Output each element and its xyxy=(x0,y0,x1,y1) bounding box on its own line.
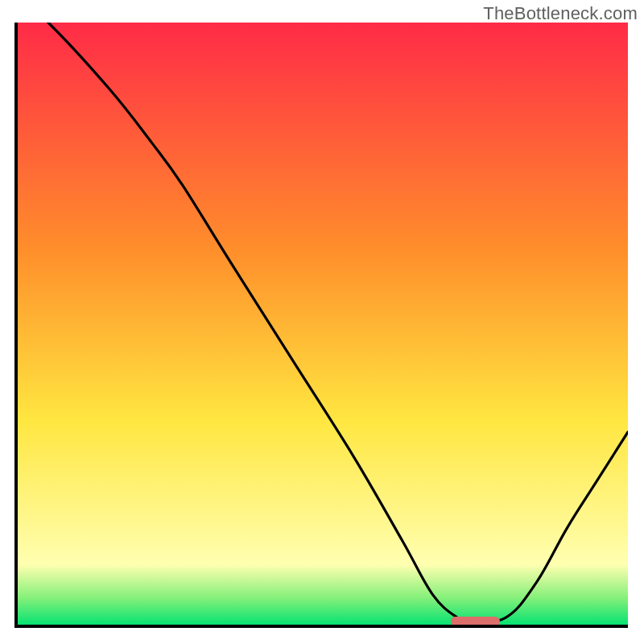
bottleneck-curve xyxy=(18,23,628,625)
watermark-text: TheBottleneck.com xyxy=(483,3,638,24)
plot-area xyxy=(14,23,628,628)
chart-container: TheBottleneck.com xyxy=(0,0,644,644)
sweet-spot-marker xyxy=(451,617,500,626)
